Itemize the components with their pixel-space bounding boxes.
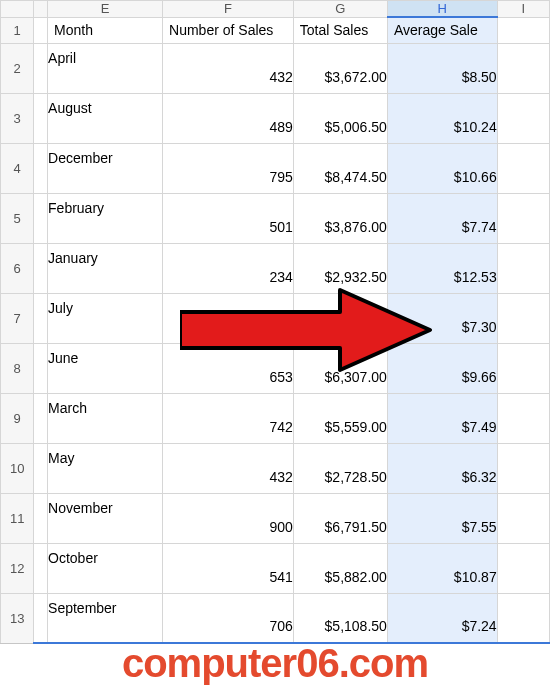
cell[interactable] bbox=[34, 343, 48, 393]
cell-avg[interactable]: $10.87 bbox=[387, 543, 497, 593]
cell-num[interactable]: 234 bbox=[163, 243, 294, 293]
col-header-I[interactable]: I bbox=[497, 1, 549, 18]
cell-num[interactable]: 900 bbox=[163, 493, 294, 543]
cell-avg[interactable]: $6.32 bbox=[387, 443, 497, 493]
cell-month[interactable]: January bbox=[48, 243, 163, 293]
cell-month[interactable]: August bbox=[48, 93, 163, 143]
cell[interactable] bbox=[497, 293, 549, 343]
cell-month[interactable]: February bbox=[48, 193, 163, 243]
col-header-F[interactable]: F bbox=[163, 1, 294, 18]
cell-total[interactable]: $5,882.00 bbox=[293, 543, 387, 593]
row-header-1[interactable]: 1 bbox=[1, 17, 34, 43]
cell[interactable] bbox=[34, 17, 48, 43]
cell[interactable] bbox=[497, 543, 549, 593]
cell[interactable] bbox=[34, 293, 48, 343]
cell[interactable] bbox=[497, 93, 549, 143]
cell-num[interactable]: 432 bbox=[163, 443, 294, 493]
cell-num[interactable]: 653 bbox=[163, 343, 294, 393]
cell-avg[interactable]: $7.74 bbox=[387, 193, 497, 243]
cell[interactable] bbox=[497, 143, 549, 193]
cell[interactable] bbox=[34, 143, 48, 193]
cell-total[interactable]: $2,932.50 bbox=[293, 243, 387, 293]
cell-total[interactable]: $6,307.00 bbox=[293, 343, 387, 393]
cell-num[interactable]: 706 bbox=[163, 593, 294, 643]
row-header[interactable]: 7 bbox=[1, 293, 34, 343]
cell[interactable] bbox=[34, 193, 48, 243]
row-header[interactable]: 9 bbox=[1, 393, 34, 443]
cell[interactable] bbox=[34, 243, 48, 293]
header-month[interactable]: Month bbox=[48, 17, 163, 43]
row-header[interactable]: 4 bbox=[1, 143, 34, 193]
cell-avg[interactable]: $10.24 bbox=[387, 93, 497, 143]
header-avg-sale[interactable]: Average Sale bbox=[387, 17, 497, 43]
cell-month[interactable]: December bbox=[48, 143, 163, 193]
cell-num[interactable]: 489 bbox=[163, 93, 294, 143]
cell-total[interactable]: $3,876.00 bbox=[293, 193, 387, 243]
cell[interactable] bbox=[497, 43, 549, 93]
row-header[interactable]: 12 bbox=[1, 543, 34, 593]
header-num-sales[interactable]: Number of Sales bbox=[163, 17, 294, 43]
cell[interactable] bbox=[497, 343, 549, 393]
cell-avg[interactable]: $8.50 bbox=[387, 43, 497, 93]
cell-month[interactable]: April bbox=[48, 43, 163, 93]
col-header-E[interactable]: E bbox=[48, 1, 163, 18]
cell-month[interactable]: July bbox=[48, 293, 163, 343]
cell-total[interactable]: $6,791.50 bbox=[293, 493, 387, 543]
cell-avg[interactable]: $12.53 bbox=[387, 243, 497, 293]
cell-avg[interactable]: $7.30 bbox=[387, 293, 497, 343]
cell-total[interactable]: $3,672.00 bbox=[293, 43, 387, 93]
header-total-sales[interactable]: Total Sales bbox=[293, 17, 387, 43]
cell[interactable] bbox=[497, 393, 549, 443]
row-header[interactable]: 5 bbox=[1, 193, 34, 243]
cell[interactable] bbox=[34, 43, 48, 93]
cell-num[interactable]: 631 bbox=[163, 293, 294, 343]
spreadsheet-grid[interactable]: E F G H I 1 Month Number of Sales Total … bbox=[0, 0, 550, 644]
cell-total[interactable]: $4,607.00 bbox=[293, 293, 387, 343]
cell-total[interactable]: $5,006.50 bbox=[293, 93, 387, 143]
cell-num[interactable]: 742 bbox=[163, 393, 294, 443]
cell[interactable] bbox=[34, 543, 48, 593]
cell-month[interactable]: September bbox=[48, 593, 163, 643]
cell-month[interactable]: June bbox=[48, 343, 163, 393]
cell[interactable] bbox=[497, 17, 549, 43]
cell[interactable] bbox=[34, 593, 48, 643]
row-header[interactable]: 3 bbox=[1, 93, 34, 143]
cell-month[interactable]: November bbox=[48, 493, 163, 543]
cell[interactable] bbox=[497, 193, 549, 243]
cell-total[interactable]: $8,474.50 bbox=[293, 143, 387, 193]
cell[interactable] bbox=[34, 443, 48, 493]
cell-avg[interactable]: $9.66 bbox=[387, 343, 497, 393]
row-header[interactable]: 13 bbox=[1, 593, 34, 643]
cell[interactable] bbox=[34, 93, 48, 143]
cell-month[interactable]: March bbox=[48, 393, 163, 443]
cell-avg[interactable]: $7.55 bbox=[387, 493, 497, 543]
col-header-G[interactable]: G bbox=[293, 1, 387, 18]
row-header[interactable]: 2 bbox=[1, 43, 34, 93]
col-gutter[interactable] bbox=[34, 1, 48, 18]
row-header[interactable]: 10 bbox=[1, 443, 34, 493]
cell-avg[interactable]: $10.66 bbox=[387, 143, 497, 193]
cell[interactable] bbox=[34, 393, 48, 443]
cell-num[interactable]: 795 bbox=[163, 143, 294, 193]
cell-total[interactable]: $5,108.50 bbox=[293, 593, 387, 643]
cell[interactable] bbox=[497, 493, 549, 543]
cell-total[interactable]: $2,728.50 bbox=[293, 443, 387, 493]
table-row: 11 November 900 $6,791.50 $7.55 bbox=[1, 493, 550, 543]
cell-month[interactable]: October bbox=[48, 543, 163, 593]
cell-avg[interactable]: $7.49 bbox=[387, 393, 497, 443]
cell-avg[interactable]: $7.24 bbox=[387, 593, 497, 643]
cell-num[interactable]: 432 bbox=[163, 43, 294, 93]
cell[interactable] bbox=[497, 443, 549, 493]
col-header-H[interactable]: H bbox=[387, 1, 497, 18]
cell[interactable] bbox=[497, 243, 549, 293]
select-all-corner[interactable] bbox=[1, 1, 34, 18]
cell[interactable] bbox=[497, 593, 549, 643]
cell-total[interactable]: $5,559.00 bbox=[293, 393, 387, 443]
row-header[interactable]: 8 bbox=[1, 343, 34, 393]
cell-month[interactable]: May bbox=[48, 443, 163, 493]
row-header[interactable]: 6 bbox=[1, 243, 34, 293]
cell-num[interactable]: 541 bbox=[163, 543, 294, 593]
cell-num[interactable]: 501 bbox=[163, 193, 294, 243]
cell[interactable] bbox=[34, 493, 48, 543]
row-header[interactable]: 11 bbox=[1, 493, 34, 543]
